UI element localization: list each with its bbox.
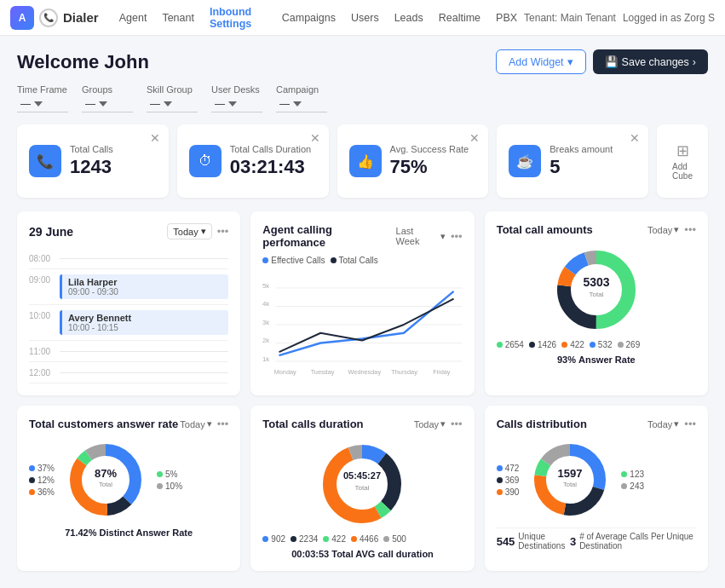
total-call-amounts-card: Total call amounts Today ▾ ••• [485,211,708,395]
widget-success-rate-value: 75% [390,156,477,178]
welcome-title: Welcome John [17,51,149,73]
add-cube-widget: ⊞ Add Cube [657,124,708,198]
close-icon[interactable]: ✕ [630,131,640,145]
calendar-timeline: 08:00 09:00 Lila Harper 09:00 - 09:30 10… [29,248,228,383]
widget-total-duration: ⏱ Total Calls Duration 03:21:43 ✕ [177,124,329,198]
duration-donut-svg: 05:45:27 Total [315,437,409,531]
chevron-down-icon: ▾ [674,418,679,429]
phone-icon: 📞 [29,145,61,177]
widget-success-rate-label: Avg. Success Rate [390,144,477,154]
total-calls-duration-title: Total calls duration [262,418,363,430]
period-selector[interactable]: Today ▾ [414,418,446,429]
filter-campaign: Campaign — [276,84,327,112]
period-selector[interactable]: Today ▾ [647,224,679,235]
widget-total-duration-label: Total Calls Duration [230,144,317,154]
event-avery-bennett[interactable]: Avery Bennett 10:00 - 10:15 [60,310,228,335]
logo: A 📞 Dialer [10,6,99,30]
donut-center-area: 87% Total [63,437,148,522]
period-selector[interactable]: Today ▾ [647,418,679,429]
widget-total-duration-value: 03:21:43 [230,156,317,178]
more-options-icon[interactable]: ••• [217,418,229,430]
chevron-down-icon [164,100,172,108]
calls-distribution-card: Calls distribution Today ▾ ••• 472 369 3… [485,406,708,571]
svg-text:5k: 5k [262,282,269,290]
plus-icon: ⊞ [676,141,689,160]
calls-distribution-header: Calls distribution Today ▾ ••• [497,418,696,430]
logo-text: Dialer [63,10,99,25]
add-widget-button[interactable]: Add Widget ▾ [496,49,586,74]
total-call-legend: 2654 1426 422 532 269 [497,340,696,349]
nav-users[interactable]: Users [344,9,386,27]
chevron-down-icon: ▾ [207,418,212,429]
widget-total-calls-info: Total Calls 1243 [70,144,157,178]
time-slot-10: 10:00 Avery Bennett 10:00 - 10:15 [29,305,228,341]
add-cube-button[interactable]: ⊞ Add Cube [665,135,699,187]
coffee-icon: ☕ [509,145,541,177]
dialer-icon: 📞 [39,9,58,27]
period-selector[interactable]: Last Week ▾ [396,226,446,246]
agent-perf-header: Agent calling perfomance Last Week ▾ ••• [262,223,462,249]
more-options-icon[interactable]: ••• [684,418,696,430]
filter-groups: Groups — [82,84,133,112]
chevron-down-icon [293,100,302,108]
chevron-down-icon: ▾ [440,231,446,242]
widget-total-calls-label: Total Calls [70,144,157,154]
charts-grid-row1: 29 June Today ▾ ••• 08:00 09:00 [17,211,708,395]
svg-text:1597: 1597 [558,467,583,480]
agent-perf-legend: Effective Calls Total Calls [262,256,462,265]
header-actions: Add Widget ▾ 💾 Save changes › [496,49,708,74]
widget-breaks-label: Breaks amount [550,144,636,154]
timer-icon: ⏱ [189,145,222,177]
widgets-row: 📞 Total Calls 1243 ✕ ⏱ Total Calls Durat… [17,124,708,198]
logged-in-label: Logged in as Zorg S [623,12,715,24]
chevron-down-icon [34,100,43,108]
filter-timeframe: Time Frame — [17,84,68,112]
calendar-date: 29 June [29,225,73,239]
nav-pbx[interactable]: PBX [489,9,524,27]
main-content: Welcome John Add Widget ▾ 💾 Save changes… [0,36,725,588]
widget-breaks-info: Breaks amount 5 [550,144,636,178]
unique-destinations-row: 545 Unique Destinations 3 # of Average C… [497,527,696,551]
svg-text:Total: Total [589,291,603,298]
line-chart-svg: 1k 2k 3k 4k 5k Monday Tuesday Wednesday [262,268,462,379]
duration-donut-wrapper: 05:45:27 Total [262,437,462,531]
nav-campaigns[interactable]: Campaigns [275,9,342,27]
nav-inbound-settings[interactable]: Inbound Settings [203,3,273,33]
nav-agent[interactable]: Agent [112,9,154,27]
more-options-icon[interactable]: ••• [684,223,696,236]
more-options-icon[interactable]: ••• [451,418,463,430]
nav-realtime[interactable]: Realtime [432,9,487,27]
close-icon[interactable]: ✕ [469,131,480,145]
time-slot-11: 11:00 [29,341,228,362]
nav-tenant[interactable]: Tenant [155,9,201,27]
avg-call-duration: 00:03:53 Total AVG call duration [262,549,462,559]
event-lila-harper[interactable]: Lila Harper 09:00 - 09:30 [60,274,228,299]
donut-wrapper: 5303 Total [497,243,696,337]
more-options-icon[interactable]: ••• [451,230,463,243]
svg-text:5303: 5303 [583,275,609,289]
svg-text:1k: 1k [262,355,269,363]
time-slot-09: 09:00 Lila Harper 09:00 - 09:30 [29,269,228,305]
logo-icon: A [10,6,34,30]
total-calls-duration-card: Total calls duration Today ▾ ••• [250,406,474,571]
svg-text:2k: 2k [262,337,269,344]
right-legend: 5% 10% [157,470,182,491]
distribution-donut-svg: 1597 Total [527,437,613,522]
nav-links: Agent Tenant Inbound Settings Campaigns … [112,3,524,33]
close-icon[interactable]: ✕ [150,131,160,145]
period-selector[interactable]: Today ▾ [180,418,211,429]
nav-leads[interactable]: Leads [388,9,430,27]
today-label: Today [173,227,198,237]
customers-answer-rate-header: Total customers answer rate Today ▾ ••• [29,418,228,430]
close-icon[interactable]: ✕ [310,131,320,145]
donut-svg: 5303 Total [550,243,643,337]
total-call-amounts-header: Total call amounts Today ▾ ••• [497,223,696,236]
total-call-amounts-title: Total call amounts [497,223,593,236]
navbar: A 📞 Dialer Agent Tenant Inbound Settings… [0,0,725,36]
save-changes-button[interactable]: 💾 Save changes › [593,49,708,74]
today-button[interactable]: Today ▾ [167,223,211,239]
arrow-right-icon: › [693,56,696,68]
more-options-icon[interactable]: ••• [217,225,229,238]
distinct-answer-rate: 71.42% Distinct Answer Rate [29,527,228,538]
chevron-down-icon: ▾ [440,418,446,429]
